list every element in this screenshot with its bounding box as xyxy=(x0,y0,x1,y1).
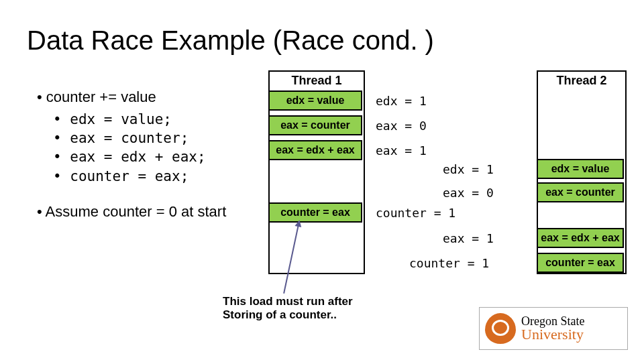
code-line: eax = edx + eax; xyxy=(53,147,226,166)
state-annot: eax = 0 xyxy=(376,119,427,133)
thread1-step-1: edx = value xyxy=(268,90,362,111)
state-annot: edx = 1 xyxy=(443,162,494,176)
state-annot: counter = 1 xyxy=(376,206,455,220)
code-line: eax = counter; xyxy=(53,129,226,147)
osu-crest-icon xyxy=(485,313,516,344)
thread2-step-4: counter = eax xyxy=(537,253,624,273)
slide-title: Data Race Example (Race cond. ) xyxy=(27,25,434,56)
left-column: counter += value edx = value; eax = coun… xyxy=(37,87,226,222)
osu-logo-text: Oregon State University xyxy=(521,315,584,342)
osu-line2: University xyxy=(521,327,584,342)
thread1-step-3: eax = edx + eax xyxy=(268,140,362,160)
osu-logo: Oregon State University xyxy=(479,307,628,350)
callout-text: This load must run after Storing of a co… xyxy=(223,295,353,322)
code-line: counter = eax; xyxy=(53,167,226,186)
thread2-step-2: eax = counter xyxy=(537,182,624,202)
thread1-step-4: counter = eax xyxy=(268,202,362,223)
callout-line: Storing of a counter.. xyxy=(223,308,353,322)
code-line: edx = value; xyxy=(53,110,226,129)
state-annot: counter = 1 xyxy=(409,256,489,270)
thread2-step-3: eax = edx + eax xyxy=(537,228,624,248)
state-annot: eax = 1 xyxy=(443,231,494,245)
state-annot: edx = 1 xyxy=(376,94,427,108)
pseudo-asm-list: edx = value; eax = counter; eax = edx + … xyxy=(53,110,226,186)
expr-line: counter += value xyxy=(37,87,226,107)
thread2-step-1: edx = value xyxy=(537,159,624,179)
state-annot: eax = 0 xyxy=(443,186,494,200)
thread2-header: Thread 2 xyxy=(538,72,625,91)
thread1-header: Thread 1 xyxy=(270,72,364,91)
thread1-step-2: eax = counter xyxy=(268,115,362,135)
state-annot: eax = 1 xyxy=(376,143,427,158)
slide: Data Race Example (Race cond. ) counter … xyxy=(0,0,644,362)
assumption-line: Assume counter = 0 at start xyxy=(37,202,226,222)
callout-line: This load must run after xyxy=(223,295,353,308)
